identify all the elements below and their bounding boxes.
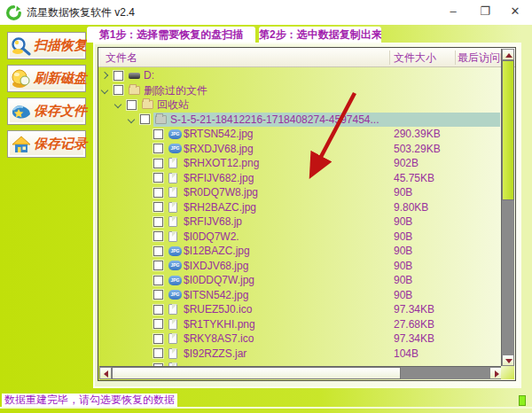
horizontal-scrollbar[interactable] xyxy=(99,366,502,379)
row-checkbox[interactable] xyxy=(153,173,163,183)
row-checkbox[interactable] xyxy=(113,71,123,81)
jpg-file-icon: JPG xyxy=(168,144,182,153)
row-checkbox[interactable] xyxy=(127,100,137,110)
file-row[interactable]: $RFIJV68.jp90B xyxy=(98,214,502,230)
column-header-filename[interactable]: 文件名 xyxy=(106,48,380,67)
minimize-button[interactable]: – xyxy=(438,0,468,25)
file-row[interactable]: JPG$I12BAZC.jpg90B xyxy=(98,244,502,259)
row-checkbox[interactable] xyxy=(113,85,123,95)
list-rows: D:删除过的文件回收站S-1-5-21-18412216-1718408274-… xyxy=(98,68,502,366)
file-row[interactable]: $RUEZ5J0.ico97.34KB xyxy=(98,302,502,317)
row-size: 90B xyxy=(394,288,412,303)
row-checkbox[interactable] xyxy=(153,261,163,270)
horizontal-scroll-thumb[interactable] xyxy=(112,367,401,379)
file-row[interactable]: JPG$ITSN542.jpg90B xyxy=(98,288,502,303)
scroll-up-button[interactable] xyxy=(502,49,514,60)
row-checkbox[interactable] xyxy=(153,202,163,212)
file-row[interactable]: $R1TYKHI.png27.68KB xyxy=(98,317,502,332)
jpg-file-icon: JPG xyxy=(168,246,182,256)
app-window: 流星数据恢复软件 v2.4 – ❐ ✕ 扫描恢复 刷新磁盘 保存文件 xyxy=(0,0,532,413)
row-checkbox[interactable] xyxy=(153,334,163,344)
scan-recover-button[interactable]: 扫描恢复 xyxy=(7,32,86,59)
jpg-file-icon: JPG xyxy=(168,276,182,285)
tab-step2[interactable]: 第2步：选中数据复制出来 xyxy=(259,27,381,43)
row-checkbox[interactable] xyxy=(153,305,163,315)
file-icon xyxy=(168,304,177,315)
save-record-button[interactable]: 保存记录 xyxy=(7,130,86,158)
vertical-scroll-thumb[interactable] xyxy=(502,60,514,200)
magnifier-icon xyxy=(11,36,32,56)
file-row[interactable]: JPG$I0DDQ7W.jpg90B xyxy=(98,273,502,288)
expander-icon[interactable] xyxy=(100,83,109,97)
row-label: $RFIJV68.jp xyxy=(184,214,242,230)
file-row[interactable]: $RHXOT12.png902B xyxy=(98,156,502,171)
close-button[interactable]: ✕ xyxy=(500,0,530,25)
tree-row[interactable]: 回收站 xyxy=(98,97,502,113)
row-checkbox[interactable] xyxy=(153,319,163,329)
row-checkbox[interactable] xyxy=(153,231,163,241)
refresh-disk-button[interactable]: 刷新磁盘 xyxy=(7,65,86,92)
row-checkbox[interactable] xyxy=(153,188,163,198)
save-file-button[interactable]: 保存文件 xyxy=(7,97,86,125)
column-separator[interactable] xyxy=(389,51,390,65)
row-size: 90B xyxy=(394,214,412,230)
row-checkbox[interactable] xyxy=(153,276,163,285)
expander-icon[interactable] xyxy=(113,97,122,112)
scroll-left-button[interactable] xyxy=(99,367,112,379)
file-row[interactable]: $RFIJV682.jpg45.75KB xyxy=(98,171,502,186)
expander-icon[interactable] xyxy=(127,113,136,127)
column-separator[interactable] xyxy=(455,51,456,65)
row-checkbox[interactable] xyxy=(153,217,163,227)
row-size: 90B xyxy=(394,273,412,288)
file-row[interactable]: JPG$IXDJV68.jpg90B xyxy=(98,259,502,274)
row-size: 104B xyxy=(394,347,419,362)
row-label: $RHXOT12.png xyxy=(184,156,259,171)
file-row[interactable]: $R0DQ7W8.jpg90B xyxy=(98,185,502,200)
row-checkbox[interactable] xyxy=(153,246,163,256)
row-checkbox[interactable] xyxy=(153,129,163,139)
expander-icon[interactable] xyxy=(100,68,109,82)
row-label: D: xyxy=(144,68,154,83)
file-row[interactable]: $I92RZZS.jar104B xyxy=(98,347,502,362)
tab-step1[interactable]: 第1步：选择需要恢复的盘扫描 xyxy=(87,27,255,43)
scroll-right-button[interactable] xyxy=(489,367,502,379)
file-row[interactable]: $RKY8AS7.ico97.34KB xyxy=(98,331,502,347)
tree-row[interactable]: 删除过的文件 xyxy=(98,83,502,98)
right-arrow-icon xyxy=(495,370,499,378)
file-row[interactable]: JPG$RXDJV68.jpg503.29KB xyxy=(98,142,502,157)
row-label: $RH2BAZC.jpg xyxy=(184,200,256,215)
file-row[interactable]: $RH2BAZC.jpg9.80KB xyxy=(98,200,502,215)
row-size: 503.29KB xyxy=(394,142,441,157)
vertical-scrollbar[interactable] xyxy=(501,49,514,366)
column-header-lastaccess[interactable]: 最后访问时间 xyxy=(458,48,502,67)
row-size: 97.34KB xyxy=(394,302,434,317)
row-size: 90B xyxy=(394,244,412,259)
file-row[interactable]: JPG$RTSN542.jpg290.39KB xyxy=(98,127,502,142)
row-size: 45.75KB xyxy=(394,171,434,186)
file-row[interactable]: $I0DQ7W2.90B xyxy=(98,230,502,245)
tree-row[interactable]: D: xyxy=(98,68,502,83)
row-checkbox[interactable] xyxy=(153,348,163,358)
status-bar: 数据重建完毕，请勾选要恢复的数据 xyxy=(0,390,532,413)
maximize-button[interactable]: ❐ xyxy=(470,0,500,25)
tree-row[interactable]: S-1-5-21-18412216-1718408274-4597454... xyxy=(98,113,502,128)
file-icon xyxy=(168,231,177,242)
folder-icon xyxy=(142,100,153,109)
scan-recover-label: 扫描恢复 xyxy=(34,37,87,54)
titlebar: 流星数据恢复软件 v2.4 – ❐ ✕ xyxy=(0,0,532,25)
row-checkbox[interactable] xyxy=(153,290,163,300)
row-label: $RXDJV68.jpg xyxy=(184,142,254,157)
row-checkbox[interactable] xyxy=(153,144,163,153)
row-size: 9.80KB xyxy=(394,200,428,215)
left-arrow-icon xyxy=(104,370,108,378)
row-label: $RUEZ5J0.ico xyxy=(184,302,252,317)
file-icon xyxy=(168,173,177,183)
column-header-filesize[interactable]: 文件大小 xyxy=(394,48,452,67)
scroll-down-button[interactable] xyxy=(502,355,514,366)
row-label: $IXDJV68.jpg xyxy=(184,259,248,274)
row-checkbox[interactable] xyxy=(153,159,163,168)
row-checkbox[interactable] xyxy=(140,114,150,124)
save-record-label: 保存记录 xyxy=(34,136,87,152)
refresh-disk-icon xyxy=(11,69,32,89)
row-label: $I92RZZS.jar xyxy=(184,347,246,362)
